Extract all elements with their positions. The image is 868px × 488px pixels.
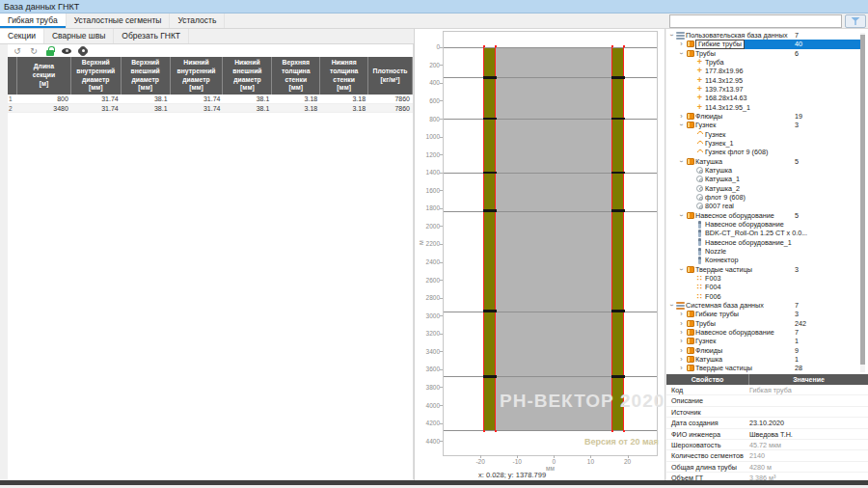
tree-row[interactable]: +114.3x12.95 [666, 76, 860, 85]
property-value[interactable]: 4280 м [749, 462, 868, 472]
tree-expand-arrow[interactable]: › [678, 113, 685, 120]
tree-row[interactable]: Гузнек_1 [666, 139, 860, 148]
tree-row[interactable]: ∷F004 [666, 283, 860, 291]
property-value[interactable] [749, 395, 868, 405]
tree-expand-arrow[interactable]: › [678, 212, 685, 219]
tree-row[interactable]: ›Гузнек1 [666, 337, 860, 345]
tree-search-input[interactable] [669, 14, 842, 28]
eye-icon[interactable] [62, 45, 71, 56]
sub-tab-1[interactable]: Сварные швы [44, 29, 114, 43]
tree-row[interactable]: BDK-CT_Roll-On 1.25 CT x 0.0... [666, 229, 860, 237]
table-cell[interactable]: 31.74 [71, 104, 122, 113]
table-cell[interactable]: 3.18 [272, 104, 320, 113]
tree-expand-arrow[interactable]: › [678, 365, 685, 371]
tree-row[interactable]: Гузнек [666, 130, 860, 139]
tree-row[interactable]: ›Твердые частицы3 [666, 265, 860, 274]
main-tab-2[interactable]: Усталость [170, 14, 225, 28]
tree-row[interactable]: ∷F006 [666, 292, 860, 301]
table-cell[interactable]: 38.1 [122, 95, 171, 103]
reel-icon [694, 194, 705, 201]
tree-scrollbar-thumb[interactable] [860, 35, 865, 365]
tree-expand-arrow[interactable]: › [668, 302, 675, 309]
table-cell[interactable]: 7860 [368, 95, 413, 103]
tree-row[interactable]: ›Флюиды9 [666, 345, 860, 354]
tree-expand-arrow[interactable]: › [668, 32, 675, 39]
tree-expand-arrow[interactable]: › [678, 50, 685, 57]
table-cell[interactable]: 3.18 [320, 104, 368, 113]
tree-row[interactable]: ›Навесное оборудование7 [666, 328, 860, 337]
title-bar[interactable]: База данных ГНКТ [0, 0, 868, 14]
sub-tab-0[interactable]: Секции [0, 29, 44, 43]
table-cell[interactable]: 38.1 [122, 104, 171, 113]
table-cell[interactable]: 31.74 [71, 95, 122, 103]
tree-row[interactable]: +168.28x14.63 [666, 94, 860, 102]
property-value[interactable]: Шведова Т.Н. [749, 429, 868, 439]
tree-row[interactable]: ›Системная база данных7 [666, 301, 860, 310]
tree-expand-arrow[interactable]: › [678, 41, 685, 47]
tree-row[interactable]: +139.7x13.97 [666, 85, 860, 94]
tree-expand-arrow[interactable]: › [678, 347, 685, 354]
tree-row[interactable]: флот 9 (608) [666, 193, 860, 202]
tree-expand-arrow[interactable]: › [678, 320, 685, 327]
tree-row[interactable]: Катушка_2 [666, 184, 860, 193]
tree-row[interactable]: Катушка [666, 166, 860, 175]
table-cell[interactable]: 3.18 [320, 95, 368, 103]
tree-row[interactable]: ›Гибкие трубы40 [666, 40, 860, 48]
column-header: Длина секции [м] [17, 57, 71, 95]
main-tab-0[interactable]: Гибкая труба [0, 14, 67, 28]
tree-row[interactable]: ∷F003 [666, 274, 860, 283]
tree-row[interactable]: Коннектор [666, 256, 860, 264]
main-tab-1[interactable]: Усталостные сегменты [67, 14, 171, 28]
property-value[interactable]: 45.72 мкм [749, 440, 868, 449]
tree-expand-arrow[interactable]: › [678, 356, 685, 363]
tree-row[interactable]: 8007 real [666, 202, 860, 210]
tree-row[interactable]: ›Гибкие трубы3 [666, 310, 860, 318]
table-cell[interactable]: 38.1 [223, 104, 272, 113]
tree-row[interactable]: +114.3x12.95_1 [666, 103, 860, 112]
gear-icon[interactable] [78, 45, 88, 56]
table-cell[interactable]: 31.74 [171, 104, 224, 113]
table-row[interactable]: 180031.7438.131.7438.13.183.187860 [8, 95, 413, 104]
tree-row[interactable]: ›Твердые частицы28 [666, 364, 860, 372]
lock-icon[interactable] [45, 45, 55, 56]
tree-expand-arrow[interactable]: › [678, 329, 685, 336]
undo-icon[interactable]: ↺ [13, 45, 22, 56]
tree-expand-arrow[interactable]: › [678, 122, 685, 128]
sub-tab-2[interactable]: Обрезать ГНКТ [114, 29, 189, 43]
tree-row[interactable]: ›Гузнек3 [666, 121, 860, 129]
redo-icon[interactable]: ↻ [29, 45, 39, 56]
table-cell[interactable]: 31.74 [171, 95, 224, 103]
property-value[interactable]: Гибкая труба [749, 385, 868, 394]
tree-expand-arrow[interactable]: › [678, 338, 685, 344]
tree-row[interactable]: Nozzle [666, 247, 860, 256]
table-cell[interactable]: 800 [17, 95, 71, 103]
property-value[interactable]: 2140 [749, 450, 868, 460]
tree-row[interactable]: Навесное оборудование [666, 220, 860, 229]
pipe-plot[interactable]: 0200400600800100012001400160018002000220… [443, 31, 658, 456]
tree-row[interactable]: ›Трубы6 [666, 49, 860, 58]
tree-row[interactable]: Гузнек флот 9 (608) [666, 148, 860, 156]
tree-row[interactable]: ›Навесное оборудование5 [666, 211, 860, 220]
tree-expand-arrow[interactable]: › [678, 158, 685, 165]
tree-row[interactable]: ›Катушка1 [666, 355, 860, 364]
property-value[interactable] [749, 407, 868, 417]
tree-row[interactable]: ›Флюиды19 [666, 112, 860, 121]
tree-row[interactable]: ›Трубы242 [666, 319, 860, 328]
tree-row[interactable]: +177.8x19.96 [666, 67, 860, 75]
tree-row[interactable]: Катушка_1 [666, 175, 860, 183]
table-cell[interactable]: 38.1 [223, 95, 272, 103]
table-cell[interactable]: 3480 [17, 104, 71, 113]
property-value[interactable]: 23.10.2020 [749, 418, 868, 427]
tree-item-label: Навесное оборудование [705, 220, 784, 229]
table-row[interactable]: 2348031.7438.131.7438.13.183.187860 [8, 104, 413, 114]
tree-expand-arrow[interactable]: › [678, 311, 685, 317]
tree-row[interactable]: ›Пользовательская база данных7 [666, 31, 860, 40]
tree-scrollbar[interactable] [860, 33, 865, 372]
tree-row[interactable]: +Труба [666, 58, 860, 67]
table-cell[interactable]: 7860 [368, 104, 413, 113]
filter-button[interactable] [845, 14, 866, 28]
tree-row[interactable]: Навесное оборудование_1 [666, 238, 860, 247]
tree-row[interactable]: ›Катушка5 [666, 157, 860, 166]
tree-expand-arrow[interactable]: › [678, 266, 685, 273]
table-cell[interactable]: 3.18 [272, 95, 320, 103]
